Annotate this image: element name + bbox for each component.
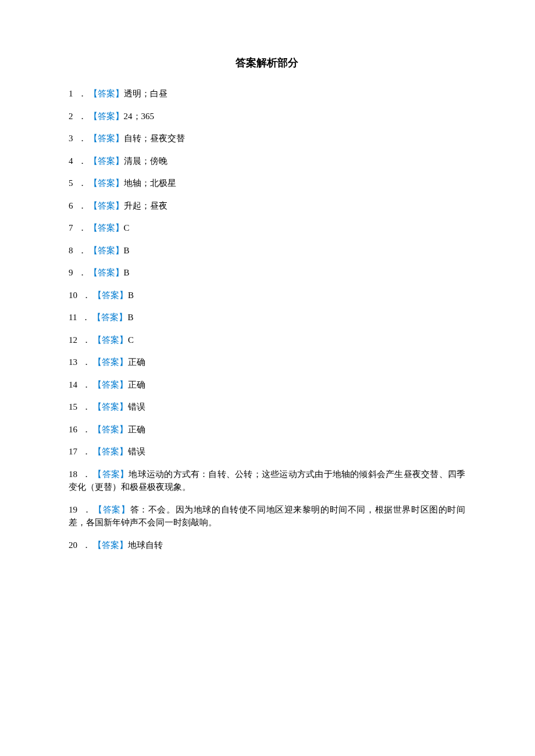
answer-text: 自转；昼夜交替 <box>124 134 185 143</box>
answer-item: 5．【答案】地轴；北极星 <box>69 177 465 190</box>
answer-text: 升起；昼夜 <box>124 201 167 210</box>
answer-item: 20．【答案】地球自转 <box>69 539 465 552</box>
answer-item: 9．【答案】B <box>69 266 465 280</box>
answer-tag: 【答案】 <box>89 268 124 277</box>
answer-tag: 【答案】 <box>93 380 128 389</box>
item-number: 9 <box>69 268 73 277</box>
answer-text: 地球自转 <box>128 540 163 550</box>
item-number: 12 <box>69 335 77 345</box>
answer-tag: 【答案】 <box>93 291 128 300</box>
answer-text: 错误 <box>128 402 145 411</box>
item-dot: ． <box>78 134 87 143</box>
answer-text: 地球运动的方式有：自转、公转；这些运动方式由于地轴的倾斜会产生昼夜交替、四季变化… <box>69 470 465 492</box>
answer-list: 1．【答案】透明；白昼2．【答案】24；3653．【答案】自转；昼夜交替4．【答… <box>69 87 465 551</box>
answer-tag: 【答案】 <box>93 335 128 345</box>
item-dot: ． <box>82 540 91 550</box>
answer-text: 地轴；北极星 <box>124 178 176 188</box>
item-number: 10 <box>69 291 77 300</box>
item-dot: ． <box>81 313 90 322</box>
item-number: 15 <box>69 402 77 411</box>
answer-tag: 【答案】 <box>89 112 124 121</box>
item-number: 20 <box>69 540 77 550</box>
answer-item: 18．【答案】地球运动的方式有：自转、公转；这些运动方式由于地轴的倾斜会产生昼夜… <box>69 468 465 494</box>
answer-item: 1．【答案】透明；白昼 <box>69 87 465 101</box>
item-dot: ． <box>82 505 91 514</box>
section-title: 答案解析部分 <box>69 55 465 71</box>
item-dot: ． <box>78 89 87 98</box>
item-dot: ． <box>78 156 87 166</box>
answer-text: B <box>124 246 130 255</box>
answer-tag: 【答案】 <box>93 470 129 479</box>
answer-item: 16．【答案】正确 <box>69 423 465 436</box>
item-dot: ． <box>78 112 87 121</box>
item-number: 6 <box>69 201 73 210</box>
answer-tag: 【答案】 <box>89 223 124 232</box>
answer-item: 17．【答案】错误 <box>69 445 465 458</box>
answer-item: 3．【答案】自转；昼夜交替 <box>69 132 465 145</box>
answer-item: 2．【答案】24；365 <box>69 110 465 123</box>
item-dot: ． <box>82 380 91 389</box>
page: 答案解析部分 1．【答案】透明；白昼2．【答案】24；3653．【答案】自转；昼… <box>0 0 535 756</box>
item-number: 11 <box>69 313 77 322</box>
answer-tag: 【答案】 <box>94 505 130 514</box>
answer-tag: 【答案】 <box>89 201 124 210</box>
answer-text: 错误 <box>128 447 145 456</box>
answer-item: 11．【答案】B <box>69 311 465 324</box>
answer-text: 清晨；傍晚 <box>124 156 167 166</box>
item-dot: ． <box>82 470 91 479</box>
answer-item: 4．【答案】清晨；傍晚 <box>69 155 465 168</box>
item-number: 13 <box>69 357 77 367</box>
answer-text: B <box>128 291 134 300</box>
answer-text: 正确 <box>128 380 145 389</box>
item-dot: ． <box>82 402 91 411</box>
item-dot: ． <box>78 223 87 232</box>
answer-tag: 【答案】 <box>92 313 127 322</box>
item-number: 17 <box>69 447 77 456</box>
answer-text: B <box>124 268 130 277</box>
answer-item: 10．【答案】B <box>69 289 465 302</box>
answer-text: 24；365 <box>124 112 155 121</box>
answer-tag: 【答案】 <box>93 357 128 367</box>
answer-item: 15．【答案】错误 <box>69 400 465 414</box>
answer-tag: 【答案】 <box>93 425 128 434</box>
item-number: 19 <box>69 505 77 514</box>
answer-text: 正确 <box>128 357 145 367</box>
item-number: 5 <box>69 178 73 188</box>
item-dot: ． <box>78 268 87 277</box>
item-number: 3 <box>69 134 73 143</box>
item-number: 16 <box>69 425 77 434</box>
answer-item: 7．【答案】C <box>69 221 465 235</box>
answer-tag: 【答案】 <box>93 402 128 411</box>
answer-text: B <box>127 313 133 322</box>
answer-tag: 【答案】 <box>93 540 128 550</box>
item-dot: ． <box>78 246 87 255</box>
answer-text: C <box>124 223 130 232</box>
item-dot: ． <box>82 357 91 367</box>
answer-tag: 【答案】 <box>89 89 124 98</box>
answer-tag: 【答案】 <box>89 178 124 188</box>
answer-tag: 【答案】 <box>89 134 124 143</box>
answer-text: 透明；白昼 <box>124 89 167 98</box>
item-number: 14 <box>69 380 77 389</box>
item-number: 7 <box>69 223 73 232</box>
item-dot: ． <box>82 425 91 434</box>
answer-text: C <box>128 335 134 345</box>
item-number: 18 <box>69 470 77 479</box>
item-dot: ． <box>82 335 91 345</box>
answer-item: 12．【答案】C <box>69 334 465 347</box>
item-number: 8 <box>69 246 73 255</box>
answer-tag: 【答案】 <box>93 447 128 456</box>
item-number: 4 <box>69 156 73 166</box>
answer-item: 19．【答案】答：不会。因为地球的自转使不同地区迎来黎明的时间不同，根据世界时区… <box>69 503 465 529</box>
item-dot: ． <box>82 447 91 456</box>
answer-tag: 【答案】 <box>89 156 124 166</box>
item-number: 2 <box>69 112 73 121</box>
answer-text: 正确 <box>128 425 145 434</box>
answer-item: 14．【答案】正确 <box>69 378 465 392</box>
answer-item: 8．【答案】B <box>69 244 465 257</box>
answer-item: 6．【答案】升起；昼夜 <box>69 199 465 213</box>
item-number: 1 <box>69 89 73 98</box>
answer-item: 13．【答案】正确 <box>69 356 465 369</box>
item-dot: ． <box>78 178 87 188</box>
answer-tag: 【答案】 <box>89 246 124 255</box>
